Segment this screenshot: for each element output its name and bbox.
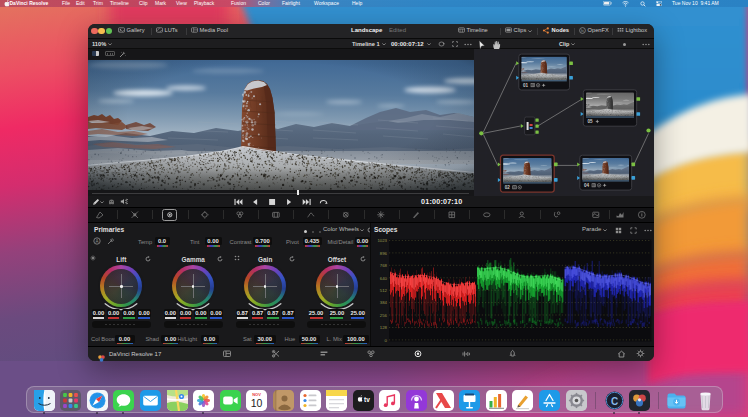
svg-text:tv: tv <box>364 395 370 402</box>
svg-text:512: 512 <box>380 288 388 293</box>
svg-text:10: 10 <box>251 397 263 409</box>
svg-text:04: 04 <box>584 183 590 188</box>
svg-text:05: 05 <box>587 119 593 124</box>
svg-text:fx: fx <box>581 29 584 33</box>
svg-text:01: 01 <box>523 83 529 88</box>
svg-text:1023: 1023 <box>377 238 387 243</box>
svg-text:256: 256 <box>380 312 388 317</box>
svg-text:640: 640 <box>380 275 388 280</box>
svg-text:C: C <box>610 395 617 406</box>
svg-text:A: A <box>95 239 98 244</box>
svg-text:896: 896 <box>380 250 388 255</box>
svg-text:128: 128 <box>380 325 388 330</box>
svg-text:384: 384 <box>380 300 388 305</box>
svg-text:02: 02 <box>504 185 510 190</box>
svg-text:768: 768 <box>380 263 388 268</box>
